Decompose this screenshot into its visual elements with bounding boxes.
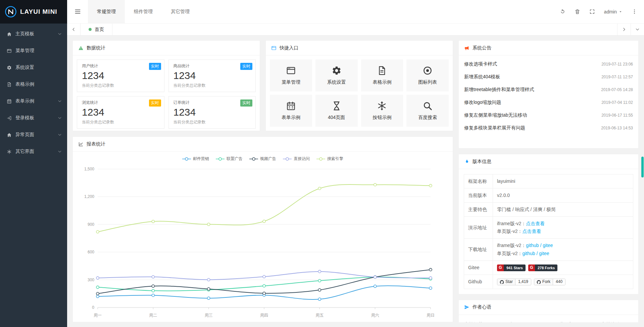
version-value-cell: layuimini xyxy=(493,174,633,189)
stat-card-0: 用户统计1234当前分类总记录数实时 xyxy=(77,59,164,92)
paper-plane-icon xyxy=(464,304,469,310)
file-icon xyxy=(7,82,12,87)
asterisk-icon xyxy=(7,149,12,154)
sidebar-item-5[interactable]: 登录模板 xyxy=(0,110,67,126)
version-link[interactable]: github xyxy=(522,251,535,256)
tabs-menu-button[interactable] xyxy=(631,24,644,35)
version-link[interactable]: 点击查看 xyxy=(526,221,545,226)
gitee-badge-0[interactable]: G941 Stars xyxy=(497,264,526,271)
header-tab-label: 常规管理 xyxy=(97,9,116,15)
sidebar-item-2[interactable]: 系统设置 xyxy=(0,59,67,76)
author-text-1: 本模板基于layui2.5.4以及font-awesome-4.7.0进行实现。… xyxy=(464,322,625,322)
quick-entry-1[interactable]: 系统设置 xyxy=(315,59,358,91)
refresh-button[interactable] xyxy=(560,9,565,14)
version-line: iframe版-v2：github / gitee xyxy=(497,242,629,249)
quick-entry-2[interactable]: 表格示例 xyxy=(361,59,403,91)
author-line-1: 本模板基于layui2.5.4以及font-awesome-4.7.0进行实现。… xyxy=(464,319,633,322)
version-label: 框架名称 xyxy=(464,174,493,189)
legend-item-4[interactable]: 搜索引擎 xyxy=(316,156,343,162)
announcement-text: 修复左侧菜单缩放tab无法移动 xyxy=(464,112,527,118)
announcement-text: 新增系统404模板 xyxy=(464,74,500,80)
header-tab-2[interactable]: 其它管理 xyxy=(162,0,199,23)
announcement-item-4[interactable]: 修复左侧菜单缩放tab无法移动2019-06-17 11:55 xyxy=(459,109,638,122)
version-row-6: GithubStar1,419Fork440 xyxy=(464,275,633,289)
sidebar-item-6[interactable]: 异常页面 xyxy=(0,126,67,143)
announcement-item-2[interactable]: 新增treetable插件和菜单管理样式2019-07-05 14:28 xyxy=(459,83,638,96)
signin-icon xyxy=(7,116,12,121)
line-prefix: iframe版-v2： xyxy=(497,243,526,248)
collapse-sidebar-button[interactable] xyxy=(67,0,88,23)
quick-entry-7[interactable]: 百度搜索 xyxy=(406,95,449,127)
sidebar-item-7[interactable]: 其它界面 xyxy=(0,143,67,160)
announcement-item-1[interactable]: 新增系统404模板2019-07-11 12:57 xyxy=(459,71,638,83)
quick-entry-0[interactable]: 菜单管理 xyxy=(270,59,312,91)
tab-home[interactable]: 首页 xyxy=(81,24,112,35)
gitee-badge-1[interactable]: G278 Forks xyxy=(528,264,557,271)
legend-item-1[interactable]: 联盟广告 xyxy=(216,156,243,162)
svg-text:周二: 周二 xyxy=(149,313,157,318)
svg-text:周五: 周五 xyxy=(315,313,324,318)
sidebar-item-4[interactable]: 表单示例 xyxy=(0,93,67,110)
sidebar: LAYUI MINI 主页模板菜单管理系统设置表格示例表单示例登录模板异常页面其… xyxy=(0,0,67,327)
version-link[interactable]: github xyxy=(526,243,539,248)
line-chart: 03006009001,2001,500周一周二周三周四周五周六周日 xyxy=(76,163,441,321)
sidebar-item-0[interactable]: 主页模板 xyxy=(0,26,67,42)
announcement-item-0[interactable]: 修改选项卡样式2019-07-11 23:06 xyxy=(459,58,638,71)
stat-card-3: 订单统计1234当前分类总记录数实时 xyxy=(168,96,256,129)
legend-item-3[interactable]: 直接访问 xyxy=(283,156,310,162)
announcement-item-3[interactable]: 修改logo缩放问题2019-07-04 11:02 xyxy=(459,96,638,109)
github-badge-0[interactable]: Star1,419 xyxy=(497,279,531,285)
logo[interactable]: LAYUI MINI xyxy=(0,0,67,24)
main-area: 常规管理组件管理其它管理 admin 首页 xyxy=(67,0,644,327)
quick-entry-5[interactable]: 404页面 xyxy=(315,95,358,127)
quick-entry-6[interactable]: 按钮示例 xyxy=(361,95,403,127)
panel-title: 系统公告 xyxy=(473,45,491,51)
panel-report: 报表统计 邮件营销联盟广告视频广告直接访问搜索引擎 03006009001,20… xyxy=(72,136,453,322)
panel-quick-entry: 快捷入口 菜单管理系统设置表格示例图标列表表单示例404页面按钮示例百度搜索 xyxy=(265,40,453,131)
announcement-item-5[interactable]: 修复多模块菜单栏展开有问题2019-06-13 14:53 xyxy=(459,122,638,134)
chevron-down-icon xyxy=(635,27,640,32)
quick-grid: 菜单管理系统设置表格示例图标列表表单示例404页面按钮示例百度搜索 xyxy=(266,55,453,131)
quick-entry-4[interactable]: 表单示例 xyxy=(270,95,312,127)
github-badge-label: Star xyxy=(505,279,513,285)
version-link[interactable]: gitee xyxy=(539,251,549,256)
page-scrollbar-thumb[interactable] xyxy=(641,157,644,177)
link-separator: / xyxy=(539,243,543,248)
quick-entry-3[interactable]: 图标列表 xyxy=(406,59,449,91)
sidebar-item-label: 表单示例 xyxy=(15,98,58,104)
sidebar-item-1[interactable]: 菜单管理 xyxy=(0,42,67,59)
tile-label: 按钮示例 xyxy=(373,115,391,121)
header-tab-label: 其它管理 xyxy=(171,9,190,15)
logo-text: LAYUI MINI xyxy=(20,8,57,15)
version-label: 下载地址 xyxy=(464,239,493,260)
gitee-badge-text: 278 Forks xyxy=(535,264,557,271)
header-actions: admin xyxy=(560,0,644,23)
stat-value: 1234 xyxy=(82,107,159,118)
home-icon xyxy=(7,132,12,137)
user-menu[interactable]: admin xyxy=(604,9,623,14)
legend-item-2[interactable]: 视频广告 xyxy=(249,156,276,162)
version-value-cell: iframe版-v2：点击查看单页版-v2：点击查看 xyxy=(493,217,633,239)
github-badge-1[interactable]: Fork440 xyxy=(534,279,565,285)
tabs-scroll-right-button[interactable] xyxy=(617,24,631,35)
legend-label: 视频广告 xyxy=(260,156,276,162)
version-row-3: 演示地址iframe版-v2：点击查看单页版-v2：点击查看 xyxy=(464,217,633,239)
stat-title: 用户统计 xyxy=(82,63,159,69)
more-menu-button[interactable] xyxy=(632,9,637,14)
version-tbody: 框架名称layuimini当前版本v2.0.0主要特色零门槛 / 响应式 / 清… xyxy=(464,174,633,289)
svg-text:900: 900 xyxy=(88,222,94,227)
version-link[interactable]: 点击查看 xyxy=(522,229,541,234)
legend-marker-icon xyxy=(249,157,258,161)
tile-label: 表格示例 xyxy=(373,79,391,85)
version-value-cell: Star1,419Fork440 xyxy=(493,275,633,289)
clear-cache-button[interactable] xyxy=(575,9,580,14)
content-left-column: 数据统计 用户统计1234当前分类总记录数实时商品统计1234当前分类总记录数实… xyxy=(72,40,453,322)
tabs-scroll-left-button[interactable] xyxy=(67,24,81,35)
sidebar-item-3[interactable]: 表格示例 xyxy=(0,76,67,93)
header-tab-1[interactable]: 组件管理 xyxy=(125,0,162,23)
header-tab-0[interactable]: 常规管理 xyxy=(88,0,125,23)
fullscreen-button[interactable] xyxy=(589,9,595,14)
svg-text:1,500: 1,500 xyxy=(84,167,94,171)
version-link[interactable]: gitee xyxy=(543,243,553,248)
legend-item-0[interactable]: 邮件营销 xyxy=(182,156,209,162)
